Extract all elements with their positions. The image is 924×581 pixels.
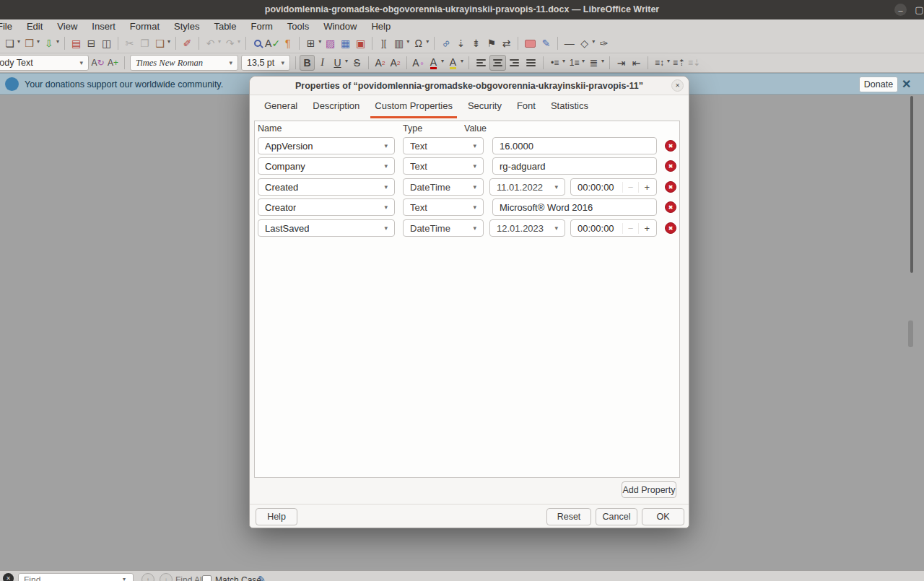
undo-icon[interactable]: ↶ [203,35,218,51]
property-date-combo[interactable]: 12.01.2023▾ [489,219,565,237]
property-name-combo[interactable]: LastSaved▾ [258,219,395,237]
find-all-label[interactable]: Find All [175,575,204,581]
menu-file[interactable]: File [0,19,19,34]
property-value-input[interactable]: Microsoft® Word 2016 [492,198,657,216]
character-dialog-icon[interactable]: A∘ [411,55,426,71]
print-preview-icon[interactable]: ◫ [99,35,114,51]
vertical-scrollbar-thumb[interactable] [910,96,913,273]
chevron-down-icon[interactable]: ▾ [473,162,476,170]
strikethrough-icon[interactable]: S [349,55,365,71]
align-center-icon[interactable] [489,55,506,71]
menu-insert[interactable]: Insert [84,19,123,34]
freeform-line-icon[interactable]: ✑ [596,35,611,51]
chevron-down-icon[interactable]: ▾ [167,38,170,45]
line-spacing-icon[interactable]: ≡↕ [652,55,667,71]
cut-icon[interactable]: ✂ [122,35,137,51]
chevron-down-icon[interactable]: ▾ [37,38,40,45]
property-name-combo[interactable]: Company▾ [258,157,395,175]
infobar-close-icon[interactable]: ✕ [902,77,911,91]
minimize-button[interactable]: – [894,4,907,16]
chevron-down-icon[interactable]: ▾ [592,38,595,45]
property-name-combo[interactable]: AppVersion▾ [258,137,395,154]
time-decrement-icon[interactable]: − [622,182,639,193]
delete-property-button[interactable]: ✖ [665,222,676,234]
save-icon[interactable]: ⇩ [41,35,56,51]
font-name-combo[interactable]: Times New Roman▾ [130,55,238,71]
delete-property-button[interactable]: ✖ [665,160,676,172]
tab-font[interactable]: Font [513,95,540,118]
delete-property-button[interactable]: ✖ [665,181,676,193]
chevron-down-icon[interactable]: ▾ [554,183,558,191]
chevron-down-icon[interactable]: ▾ [218,38,221,45]
property-time-spinner[interactable]: 00:00:00−+ [570,219,657,237]
chevron-down-icon[interactable]: ▾ [17,38,20,45]
tab-general[interactable]: General [260,95,302,118]
property-value-input[interactable]: 16.0000 [492,137,657,154]
chevron-down-icon[interactable]: ▾ [384,142,388,149]
bookmark-icon[interactable]: ⚑ [484,35,499,51]
increase-indent-icon[interactable]: ⇥ [614,55,629,71]
property-type-combo[interactable]: DateTime▾ [403,178,484,196]
chevron-down-icon[interactable]: ▾ [237,38,240,45]
chevron-down-icon[interactable]: ▾ [384,162,388,170]
chevron-down-icon[interactable]: ▾ [384,204,388,211]
chevron-down-icon[interactable]: ▾ [426,38,429,45]
menu-styles[interactable]: Styles [167,19,206,34]
insert-field-icon[interactable]: ▥ [391,35,406,51]
help-button[interactable]: Help [256,508,297,525]
chevron-down-icon[interactable]: ▾ [562,58,565,64]
cross-reference-icon[interactable]: ⇄ [499,35,514,51]
underline-icon[interactable]: U [330,55,345,71]
property-type-combo[interactable]: Text▾ [403,157,484,175]
menu-view[interactable]: View [50,19,84,34]
tab-description[interactable]: Description [308,95,364,118]
find-next-icon[interactable]: ↓ [160,573,173,581]
chevron-down-icon[interactable]: ▾ [318,38,321,45]
insert-image-icon[interactable]: ▨ [323,35,338,51]
open-icon[interactable]: ❒ [22,35,37,51]
bold-icon[interactable]: B [300,55,315,71]
menu-window[interactable]: Window [316,19,364,34]
scroll-indicator[interactable] [908,320,913,347]
menu-edit[interactable]: Edit [19,19,50,34]
property-date-combo[interactable]: 11.01.2022▾ [489,178,565,196]
outline-list-icon[interactable]: ≣ [586,55,601,71]
tab-custom-properties[interactable]: Custom Properties [370,95,457,118]
delete-property-button[interactable]: ✖ [665,140,676,152]
decrease-indent-icon[interactable]: ⇤ [629,55,644,71]
dialog-titlebar[interactable]: Properties of “povidomlennia-gromadske-o… [250,77,689,95]
donate-button[interactable]: Donate [859,77,898,92]
menu-format[interactable]: Format [123,19,167,34]
redo-icon[interactable]: ↷ [222,35,237,51]
track-changes-icon[interactable]: ✎ [539,35,554,51]
chevron-down-icon[interactable]: ▾ [406,38,409,45]
chevron-down-icon[interactable]: ▾ [123,576,126,581]
chevron-down-icon[interactable]: ▾ [56,38,59,45]
print-icon[interactable]: ⊟ [84,35,99,51]
chevron-down-icon[interactable]: ▾ [384,224,388,232]
findbar-close-icon[interactable]: ✕ [3,573,14,581]
chevron-down-icon[interactable]: ▾ [473,183,476,191]
paragraph-space-increase-icon[interactable]: ≡⇡ [671,55,687,71]
endnote-icon[interactable]: ⇟ [468,35,484,51]
chevron-down-icon[interactable]: ▾ [473,224,476,232]
chevron-down-icon[interactable]: ▾ [473,142,476,149]
insert-comment-icon[interactable] [522,35,539,51]
font-color-icon[interactable]: A [426,55,441,71]
property-value-input[interactable]: rg-adguard [492,157,657,175]
justify-icon[interactable] [523,55,539,71]
new-style-icon[interactable]: A+ [105,55,121,71]
find-input[interactable] [18,573,134,581]
time-increment-icon[interactable]: + [638,223,653,234]
spelling-icon[interactable]: A✓ [265,35,280,51]
insert-table-icon[interactable]: ⊞ [303,35,318,51]
paragraph-space-decrease-icon[interactable]: ≡⇣ [687,55,702,71]
chevron-down-icon[interactable]: ▾ [582,58,585,64]
update-style-icon[interactable]: A↻ [90,55,105,71]
menu-tools[interactable]: Tools [280,19,316,34]
formatting-marks-icon[interactable]: ¶ [280,35,295,51]
property-type-combo[interactable]: Text▾ [403,198,484,216]
chevron-down-icon[interactable]: ▾ [345,58,348,64]
align-right-icon[interactable] [506,55,523,71]
chevron-down-icon[interactable]: ▾ [384,183,388,191]
